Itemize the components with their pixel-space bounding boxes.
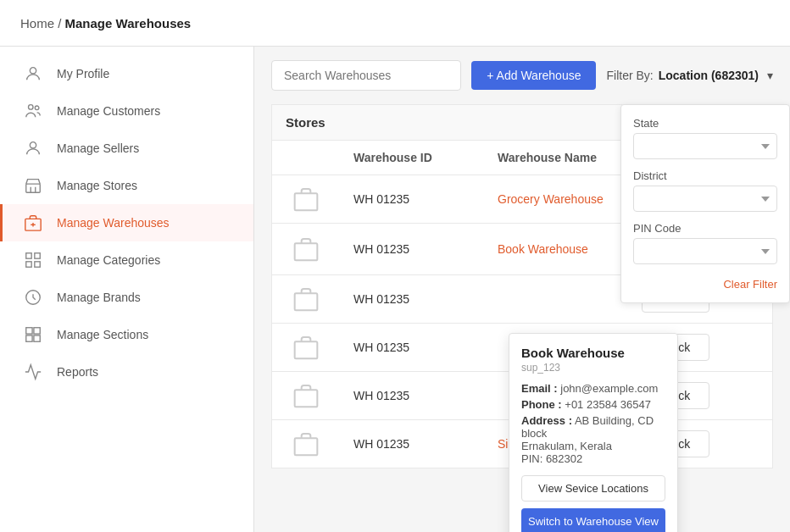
sidebar: My Profile Manage Customers Manage Selle… bbox=[0, 47, 254, 532]
search-input[interactable] bbox=[271, 60, 461, 91]
sidebar-item-manage-sections[interactable]: Manage Sections bbox=[0, 316, 253, 353]
add-warehouse-button[interactable]: + Add Warehouse bbox=[471, 61, 596, 90]
sidebar-item-manage-warehouses[interactable]: Manage Warehouses bbox=[0, 204, 253, 241]
sections-icon bbox=[19, 325, 47, 344]
svg-rect-12 bbox=[26, 262, 31, 267]
svg-rect-15 bbox=[26, 328, 32, 334]
filter-value: Location (682301) bbox=[659, 69, 759, 82]
svg-rect-11 bbox=[35, 253, 40, 258]
breadcrumb-current: Manage Warehouses bbox=[65, 16, 192, 30]
clear-filter-button[interactable]: Clear Filter bbox=[723, 278, 777, 291]
row-warehouse-id: WH 01235 bbox=[340, 427, 484, 461]
filter-label: Filter By: bbox=[606, 69, 653, 82]
switch-to-warehouse-view-button[interactable]: Switch to Warehouse View bbox=[521, 508, 665, 532]
categories-icon bbox=[19, 251, 47, 269]
district-label: District bbox=[633, 169, 777, 182]
sidebar-item-my-profile[interactable]: My Profile bbox=[0, 55, 253, 92]
breadcrumb-home[interactable]: Home bbox=[20, 16, 54, 30]
row-warehouse-id: WH 01235 bbox=[340, 182, 484, 216]
sidebar-item-reports[interactable]: Reports bbox=[0, 353, 253, 391]
popup-email-row: Email : john@example.com bbox=[521, 382, 665, 395]
svg-point-0 bbox=[30, 68, 36, 74]
reports-icon bbox=[19, 363, 47, 381]
sidebar-item-label: Manage Sellers bbox=[57, 141, 139, 155]
sidebar-item-label: Manage Sections bbox=[57, 328, 148, 341]
row-warehouse-name[interactable]: Grocery Warehouse bbox=[484, 182, 628, 216]
state-filter-row: State bbox=[633, 117, 777, 159]
svg-rect-17 bbox=[26, 335, 32, 341]
warehouses-icon bbox=[19, 213, 47, 232]
state-label: State bbox=[633, 117, 777, 130]
district-filter-row: District bbox=[633, 169, 777, 212]
popup-title: Book Warehouse bbox=[521, 346, 665, 360]
popup-actions: View Sevice Locations Switch to Warehous… bbox=[521, 475, 665, 532]
row-avatar bbox=[272, 420, 340, 468]
warehouse-popup: Book Warehouse sup_123 Email : john@exam… bbox=[509, 333, 678, 532]
sidebar-item-label: My Profile bbox=[57, 67, 109, 80]
svg-rect-4 bbox=[26, 184, 41, 192]
svg-rect-19 bbox=[295, 193, 318, 210]
svg-rect-16 bbox=[34, 328, 40, 334]
svg-rect-13 bbox=[35, 262, 40, 267]
view-service-locations-button[interactable]: View Sevice Locations bbox=[521, 475, 665, 502]
breadcrumb: Home / Manage Warehouses bbox=[20, 16, 191, 30]
filter-by[interactable]: Filter By: Location (682301) ▾ bbox=[606, 69, 773, 82]
filter-panel: State District PIN Code bbox=[620, 104, 790, 303]
sidebar-item-manage-stores[interactable]: Manage Stores bbox=[0, 167, 253, 204]
row-avatar bbox=[272, 175, 340, 223]
pin-select[interactable] bbox=[633, 238, 777, 264]
row-avatar bbox=[272, 324, 340, 371]
popup-email-value: john@example.com bbox=[560, 382, 658, 395]
svg-point-1 bbox=[29, 105, 34, 110]
row-warehouse-name[interactable]: Book Warehouse bbox=[484, 232, 628, 266]
pin-label: PIN Code bbox=[633, 222, 777, 235]
popup-phone-label: Phone : bbox=[521, 398, 562, 411]
grocery-warehouse-link[interactable]: Grocery Warehouse bbox=[498, 192, 604, 206]
district-select[interactable] bbox=[633, 186, 777, 212]
svg-point-2 bbox=[35, 106, 39, 110]
svg-rect-10 bbox=[26, 253, 31, 258]
row-warehouse-id: WH 01235 bbox=[340, 232, 484, 266]
breadcrumb-separator: / bbox=[58, 16, 61, 30]
svg-point-3 bbox=[30, 142, 36, 148]
layout: My Profile Manage Customers Manage Selle… bbox=[0, 0, 790, 532]
svg-rect-24 bbox=[295, 438, 318, 455]
state-select[interactable] bbox=[633, 133, 777, 159]
sidebar-item-manage-brands[interactable]: Manage Brands bbox=[0, 279, 253, 316]
svg-rect-22 bbox=[295, 341, 318, 358]
col-warehouse-id: Warehouse ID bbox=[340, 141, 484, 175]
main-content: + Add Warehouse Filter By: Location (682… bbox=[254, 47, 790, 532]
sidebar-item-label: Manage Customers bbox=[57, 104, 160, 118]
svg-rect-23 bbox=[295, 390, 318, 407]
sidebar-item-label: Reports bbox=[57, 365, 98, 379]
customers-icon bbox=[19, 102, 47, 120]
popup-phone-row: Phone : +01 23584 36547 bbox=[521, 398, 665, 411]
sidebar-item-label: Manage Categories bbox=[57, 253, 160, 267]
popup-address-label: Address : bbox=[521, 414, 572, 427]
popup-subtitle: sup_123 bbox=[521, 362, 665, 374]
sellers-icon bbox=[19, 139, 47, 158]
popup-address-row: Address : AB Building, CD blockErnakulam… bbox=[521, 414, 665, 465]
row-avatar bbox=[272, 275, 340, 323]
brands-icon bbox=[19, 288, 47, 307]
sidebar-item-manage-categories[interactable]: Manage Categories bbox=[0, 241, 253, 279]
sidebar-item-label: Manage Brands bbox=[57, 291, 141, 304]
col-warehouse-name: Warehouse Name bbox=[484, 141, 628, 175]
popup-phone-value: +01 23584 36547 bbox=[565, 398, 651, 411]
svg-rect-21 bbox=[295, 293, 318, 310]
table-area: State District PIN Code bbox=[254, 104, 790, 485]
col-avatar bbox=[272, 141, 340, 175]
row-warehouse-id: WH 01235 bbox=[340, 379, 484, 413]
chevron-down-icon: ▾ bbox=[767, 69, 773, 82]
content-header: + Add Warehouse Filter By: Location (682… bbox=[254, 47, 790, 104]
popup-email-label: Email : bbox=[521, 382, 558, 395]
profile-icon bbox=[19, 64, 47, 83]
sidebar-item-label: Manage Stores bbox=[57, 179, 137, 192]
svg-rect-18 bbox=[34, 335, 40, 341]
sidebar-item-manage-customers[interactable]: Manage Customers bbox=[0, 92, 253, 130]
sidebar-item-manage-sellers[interactable]: Manage Sellers bbox=[0, 130, 253, 167]
book-warehouse-link[interactable]: Book Warehouse bbox=[498, 242, 588, 256]
row-warehouse-id: WH 01235 bbox=[340, 282, 484, 316]
row-avatar bbox=[272, 372, 340, 419]
row-warehouse-id: WH 01235 bbox=[340, 330, 484, 364]
